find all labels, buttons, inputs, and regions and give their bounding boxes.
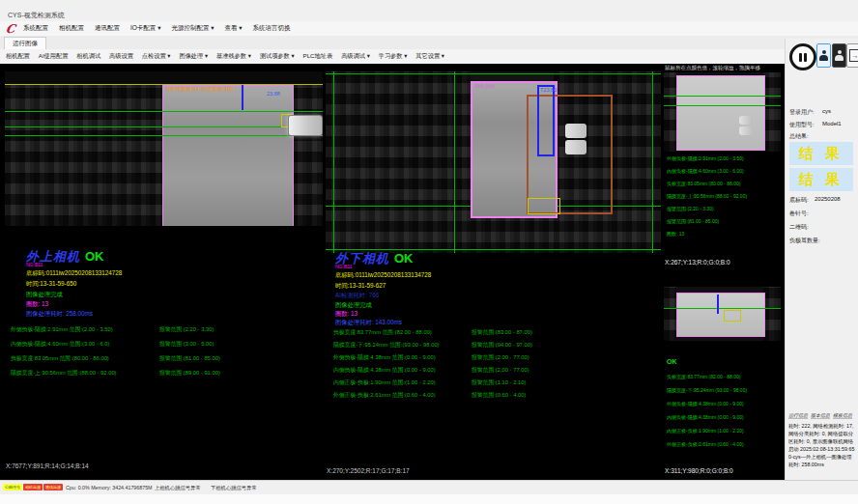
alarm-range: 报警范围:(2.20 - 3.30)	[159, 325, 214, 334]
total-result-label: 总结果:	[789, 132, 809, 141]
measurement-list-top: 外侧负极-隔膜:2.91mm 范围:(2.00 - 3.50) 报警范围:(2.…	[11, 325, 323, 383]
ok-status: OK	[394, 251, 414, 266]
toolbar-item[interactable]: 高级设置	[109, 52, 133, 61]
ai-box-label: AI检测框	[474, 83, 496, 90]
result-line: 外侧负极-隔膜:2.91mm (2.00 - 3.50)	[667, 153, 783, 165]
info-tab[interactable]: 版本信息	[811, 412, 830, 419]
measurement-value: 隔膜宽度-上:90.56mm 范围:(88.00 - 92.00)	[11, 370, 117, 376]
result-line: 圈数: 13	[667, 228, 783, 240]
toolbar-item[interactable]: 高级调试 ▾	[341, 52, 370, 61]
toolbar-item[interactable]: 图像处理 ▾	[179, 52, 208, 61]
info-tab[interactable]: 模板信息	[833, 412, 852, 419]
pause-icon	[804, 53, 807, 62]
toolbar-item[interactable]: 点检设置 ▾	[142, 52, 171, 61]
machine-structure	[664, 287, 676, 341]
machine-structure	[326, 71, 471, 253]
result-box-2: 结 果	[789, 168, 853, 191]
thumbnail-1-results: 外侧负极-隔膜:2.91mm (2.00 - 3.50)内侧负极-隔膜:4.60…	[667, 153, 783, 240]
camera-image-top[interactable]: N平均宽值:93, 动态宽值:100 23.88	[5, 71, 323, 226]
menu-item[interactable]: 通讯配置	[95, 24, 120, 33]
exit-button[interactable]: →	[846, 43, 858, 68]
alarm-range: 报警范围:(1.10 - 2.10)	[472, 378, 526, 387]
barcode-line: 底标码:0111iw20250208133134728	[335, 271, 431, 280]
alarm-range: 报警范围:(2.00 - 77.00)	[472, 366, 529, 375]
electrode-tab-photo	[739, 116, 753, 125]
heartbeat-badge: 心跳信号	[3, 484, 22, 490]
menu-item[interactable]: 光源控制配置 ▾	[171, 24, 214, 33]
blue-measure-line	[717, 294, 719, 314]
toolbar-item[interactable]: 其它设置 ▾	[415, 52, 444, 61]
ai-time-line: AI检测耗时: 766	[335, 292, 379, 300]
turns-line: 圈数: 13	[335, 310, 358, 319]
camera-image-bottom[interactable]: AI检测框 T23.80	[326, 71, 661, 253]
toolbar-items: 相机配置AI使用配置相机调试高级设置点检设置 ▾图像处理 ▾基准线参数 ▾测试项…	[6, 49, 444, 64]
menu-items: 系统配置相机配置通讯配置IO卡配置 ▾光源控制配置 ▾查看 ▾系统语言切换	[23, 21, 291, 36]
toolbar-item[interactable]: PLC地址表	[303, 52, 333, 61]
info-tab[interactable]: 运行信息	[788, 412, 808, 419]
machine-structure	[5, 71, 162, 226]
time-line: 时间:13-31-59-650	[26, 280, 76, 289]
done-line: 图像处理完成	[26, 291, 63, 299]
elapsed-line: 图像处理耗时: 143.00ms	[335, 319, 402, 327]
thumbnail-2-results: 负极宽度:83.77mm (82.00 - 88.00)隔膜宽度-下:95.24…	[667, 370, 783, 451]
measurement-row: 负极宽度:83.05mm 范围:(80.00 - 86.00) 报警范围:(81…	[11, 354, 323, 369]
menu-item[interactable]: 查看 ▾	[225, 24, 243, 33]
measurement-value: 外侧正极-负极:2.61mm 范围:(0.60 - 4.00)	[333, 392, 436, 398]
separator-film-region	[676, 293, 765, 337]
barcode-line: 底标码:0111iw20250208133124728	[26, 269, 122, 278]
result-line: 报警范围:(81.00 - 85.00)	[667, 215, 783, 228]
menu-item[interactable]: 系统语言切换	[253, 24, 291, 33]
measurement-list-bottom: 负极宽度:83.77mm 范围:(82.00 - 88.00) 报警范围:(83…	[333, 328, 657, 404]
top-camera-warning: 上相机心跳信号异常	[155, 485, 201, 491]
ok-status-small: OK	[667, 358, 677, 365]
cpu-memory-text: Cpu: 0.0% Memory: 3424.41796875M	[66, 485, 153, 490]
exit-door-icon: →	[849, 49, 858, 62]
pixel-caption-view2: X:311;Y:980;R:0;G:0;B:0	[665, 467, 733, 474]
toolbar-item[interactable]: 学习参数 ▾	[379, 52, 408, 61]
measurement-value: 隔膜宽度-下:95.24mm 范围:(93.00 - 98.00)	[333, 342, 440, 348]
measure-line-green	[664, 308, 781, 309]
turns-line: 圈数: 13	[26, 300, 48, 309]
menu-item[interactable]: 系统配置	[23, 24, 48, 33]
electrode-tab-photo	[288, 115, 323, 136]
measure-line-green	[652, 71, 653, 253]
menu-item[interactable]: IO卡配置 ▾	[130, 24, 160, 33]
thumbnail-view-1[interactable]	[664, 72, 781, 152]
blue-measure-box	[537, 85, 555, 156]
measure-line-green	[5, 135, 323, 136]
tab-run-image[interactable]: 运行图像	[4, 37, 46, 50]
base-code-label: 底标码:	[789, 196, 809, 205]
mouse-hint-text: 鼠标所在点颜色值，滚轮缩放，拖拽平移	[665, 65, 760, 71]
person-icon	[819, 50, 828, 61]
user-manage-button[interactable]	[832, 43, 846, 68]
measurement-row: 外侧负极-隔膜:4.38mm 范围:(0.00 - 9.00) 报警范围:(2.…	[333, 353, 657, 366]
machine-structure	[292, 71, 323, 226]
toolbar-item[interactable]: AI使用配置	[39, 52, 69, 61]
machine-structure	[664, 72, 676, 152]
thumbnail-view-2[interactable]	[664, 287, 781, 341]
title-bar: CYS-视觉检测系统	[0, 0, 858, 21]
login-user-button[interactable]	[816, 43, 831, 68]
result-box-1: 结 果	[789, 142, 853, 165]
info-tabs: 运行信息版本信息模板信息	[788, 412, 856, 419]
toolbar-item[interactable]: 相机调试	[76, 52, 100, 61]
toolbar-item[interactable]: 测试项参数 ▾	[260, 52, 295, 61]
measurement-row: 隔膜宽度-上:90.56mm 范围:(88.00 - 92.00) 报警范围:(…	[11, 369, 323, 383]
result-line: 隔膜宽度-上:90.56mm (88.00 - 92.00)	[667, 190, 783, 203]
measurement-row: 内侧负极-隔膜:4.60mm 范围:(3.00 - 6.0) 报警范围:(3.0…	[11, 340, 323, 354]
person-icon	[835, 50, 844, 61]
toolbar-item[interactable]: 相机配置	[6, 52, 30, 61]
result-line: 外侧负极-隔膜:4.38mm (0.00 - 9.00)	[667, 397, 783, 410]
measure-line-green	[664, 105, 781, 106]
separator-film-region	[162, 85, 294, 226]
bottom-camera-warning: 下相机心跳信号异常	[211, 485, 257, 491]
measure-line-green	[5, 126, 323, 127]
menu-item[interactable]: 相机配置	[59, 24, 84, 33]
toolbar-item[interactable]: 基准线参数 ▾	[216, 52, 251, 61]
pause-button[interactable]	[789, 43, 816, 70]
alarm-range: 报警范围:(0.60 - 4.00)	[472, 391, 526, 400]
measurement-value: 负极宽度:83.05mm 范围:(80.00 - 86.00)	[11, 355, 109, 361]
status-bar: 心跳信号 相机连接 通讯连接 Cpu: 0.0% Memory: 3424.41…	[0, 480, 858, 495]
ng-info: NG:B11	[335, 264, 352, 269]
model-value[interactable]: Model1	[822, 121, 842, 126]
